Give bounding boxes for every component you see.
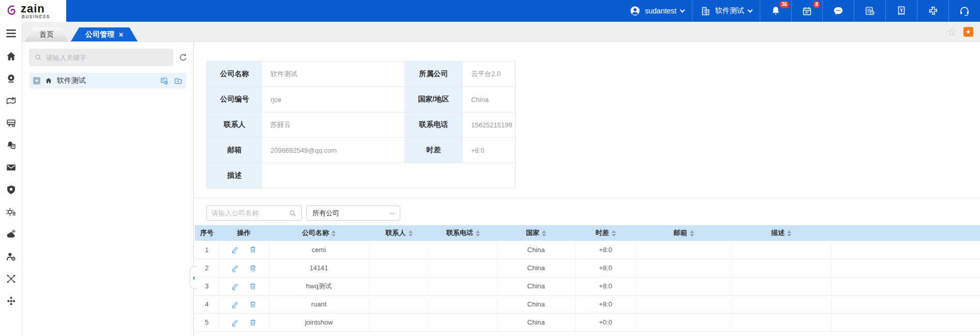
home-icon[interactable]: [6, 51, 17, 62]
cell-timezone: +8:0: [575, 295, 636, 313]
organization-menu[interactable]: 软件测试: [692, 0, 760, 22]
cell-description: [731, 277, 831, 295]
sort-icon[interactable]: [331, 230, 336, 237]
table-row: 联系人 苏丽云 联系电话 15625215199: [207, 112, 516, 138]
cell-description: [731, 295, 831, 313]
sort-icon[interactable]: [690, 230, 694, 237]
main-content: ‹ 公司名称 软件测试 所属公司 云平台2.0 公司编号 rjce: [194, 42, 980, 336]
network-topology-icon[interactable]: [6, 273, 17, 284]
cell-empty: [831, 313, 980, 331]
field-label: 公司名称: [207, 62, 262, 87]
tree-search-input[interactable]: [46, 54, 168, 62]
schedule-button[interactable]: [854, 0, 885, 22]
user-menu[interactable]: sudantest: [622, 0, 692, 22]
refresh-icon[interactable]: [178, 52, 188, 63]
delete-icon[interactable]: [249, 282, 257, 290]
cell-timezone: +8:0: [575, 241, 636, 259]
table-row: 5 jointshow China +0:0: [195, 313, 980, 331]
cell-email: [636, 295, 731, 313]
table-row: 1 cemi China +8:0: [195, 241, 980, 259]
filter-selected-value: 所有公司: [312, 209, 339, 218]
column-header-phone[interactable]: 联系电话: [429, 225, 497, 241]
field-label: 邮箱: [207, 138, 262, 163]
notification-badge: 36: [779, 1, 789, 8]
edit-icon[interactable]: [231, 282, 239, 290]
brand-logo: zain BUSINESS: [0, 0, 66, 22]
cell-contact: [369, 277, 429, 295]
vehicle-icon[interactable]: [6, 118, 17, 128]
security-shield-icon[interactable]: [6, 184, 17, 195]
tree-search-box[interactable]: [29, 49, 173, 66]
cell-contact: [369, 259, 429, 277]
collapse-panel-button[interactable]: ‹: [190, 266, 198, 289]
favorite-star-icon[interactable]: ☆: [947, 26, 957, 37]
field-label: 联系人: [207, 112, 262, 138]
add-folder-icon[interactable]: [174, 77, 183, 85]
add-department-icon[interactable]: [160, 77, 169, 85]
sort-icon[interactable]: [542, 230, 546, 237]
bookmark-icon[interactable]: ★: [963, 27, 973, 37]
edit-icon[interactable]: [231, 264, 239, 272]
company-search-input[interactable]: [212, 209, 285, 217]
sort-icon[interactable]: [476, 230, 480, 237]
camera-monitor-icon[interactable]: [6, 73, 17, 84]
delete-icon[interactable]: [249, 264, 257, 272]
notifications-button[interactable]: 36: [760, 0, 791, 22]
tab-home[interactable]: 首页: [25, 27, 68, 41]
column-header-country[interactable]: 国家: [497, 225, 575, 241]
field-value: 云平台2.0: [463, 62, 516, 87]
app-cluster-icon[interactable]: [6, 296, 17, 306]
organization-building-icon: [700, 6, 711, 17]
company-search-box[interactable]: [206, 206, 302, 221]
column-header-company-name[interactable]: 公司名称: [269, 225, 369, 241]
cell-actions: [219, 241, 269, 259]
cell-company-name: ruant: [269, 295, 369, 313]
calendar-icon: [802, 6, 812, 17]
sort-icon[interactable]: [612, 230, 616, 237]
company-filter-select[interactable]: 所有公司: [306, 206, 400, 221]
cell-country: China: [497, 241, 575, 259]
bookmark-glyph: ★: [966, 28, 971, 35]
settings-gear-icon[interactable]: [6, 207, 17, 217]
delete-icon[interactable]: [249, 245, 257, 254]
support-button[interactable]: [948, 0, 980, 22]
billing-button[interactable]: [885, 0, 917, 22]
cell-company-name: hwq测试: [269, 277, 369, 295]
tab-company-management[interactable]: 公司管理 ×: [71, 27, 138, 41]
menu-icon[interactable]: [5, 27, 17, 39]
cell-country: China: [497, 295, 575, 313]
delete-icon[interactable]: [249, 318, 257, 327]
cell-timezone: +8:0: [575, 259, 636, 277]
cell-index: 5: [195, 313, 219, 331]
column-header-description[interactable]: 描述: [731, 225, 831, 241]
expand-icon[interactable]: +: [33, 77, 40, 84]
alarm-report-icon[interactable]: [6, 140, 17, 151]
table-row: 公司编号 rjce 国家/地区 China: [207, 87, 516, 112]
column-header-timezone[interactable]: 时差: [575, 225, 636, 241]
edit-icon[interactable]: [231, 318, 239, 327]
sort-icon[interactable]: [787, 230, 791, 237]
plugins-button[interactable]: [917, 0, 948, 22]
field-value: China: [463, 87, 516, 112]
close-icon[interactable]: ×: [119, 31, 123, 38]
edit-icon[interactable]: [231, 245, 239, 254]
sort-icon[interactable]: [409, 230, 413, 237]
calendar-button[interactable]: 8: [791, 0, 822, 22]
search-icon[interactable]: [289, 209, 297, 217]
iot-cloud-icon[interactable]: [6, 229, 17, 240]
column-header-empty: [831, 225, 980, 241]
user-settings-icon[interactable]: [6, 251, 17, 262]
tree-node-software-test[interactable]: + 软件测试: [29, 73, 186, 89]
field-value: 15625215199: [463, 112, 516, 138]
cell-email: [636, 241, 731, 259]
column-header-contact[interactable]: 联系人: [369, 225, 429, 241]
column-header-email[interactable]: 邮箱: [636, 225, 731, 241]
delete-icon[interactable]: [249, 300, 257, 309]
messages-button[interactable]: [822, 0, 854, 22]
table-row: 邮箱 2096692549@qq.com 时差 +8:0: [207, 138, 516, 163]
map-location-icon[interactable]: [6, 95, 17, 106]
cell-empty: [831, 241, 980, 259]
edit-icon[interactable]: [231, 300, 239, 309]
section-divider: [194, 198, 980, 198]
mail-icon[interactable]: [6, 162, 17, 173]
